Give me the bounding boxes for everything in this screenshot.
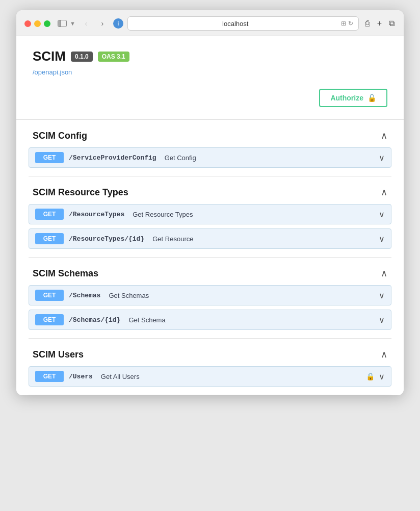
method-badge: GET	[35, 314, 64, 325]
method-badge: GET	[35, 233, 64, 244]
endpoint-right: ∨	[379, 291, 385, 300]
address-bar-icons: ⊞ ↻	[341, 20, 353, 27]
browser-window: ▼ ‹ › i localhost ⊞ ↻ ⎙ + ⧉	[16, 10, 404, 395]
info-icon: i	[113, 18, 123, 29]
endpoint-path: /ResourceTypes	[69, 211, 124, 218]
endpoint-left: GET /Schemas Get Schemas	[35, 290, 149, 301]
endpoint-path: /Schemas/{id}	[69, 316, 120, 324]
section-header-scim-users[interactable]: SCIM Users ∧	[29, 347, 391, 362]
authorize-row: Authorize 🔓	[33, 89, 387, 107]
method-badge: GET	[35, 209, 64, 220]
endpoint-path: /ResourceTypes/{id}	[69, 235, 144, 243]
chevron-up-icon: ∧	[381, 268, 387, 279]
endpoint-resource-types-id[interactable]: GET /ResourceTypes/{id} Get Resource ∨	[29, 228, 391, 249]
chevron-down-icon: ▼	[70, 20, 75, 27]
page-content: SCIM 0.1.0 OAS 3.1 /openapi.json Authori…	[16, 36, 404, 395]
chevron-up-icon: ∧	[381, 130, 387, 141]
address-bar-container: i localhost ⊞ ↻	[113, 16, 359, 31]
endpoint-path: /Users	[69, 373, 93, 380]
endpoint-summary: Get All Users	[101, 373, 140, 380]
chevron-down-icon: ∨	[379, 210, 385, 219]
authorize-label: Authorize	[330, 94, 363, 102]
endpoint-schemas-id[interactable]: GET /Schemas/{id} Get Schema ∨	[29, 310, 391, 330]
section-title-scim-schemas: SCIM Schemas	[33, 268, 98, 279]
refresh-icon[interactable]: ↻	[348, 20, 353, 27]
tabs-button[interactable]: ⧉	[388, 18, 396, 29]
section-title-scim-config: SCIM Config	[33, 131, 87, 141]
close-button[interactable]	[24, 20, 31, 27]
endpoint-summary: Get Schemas	[109, 292, 149, 299]
section-title-scim-users: SCIM Users	[33, 349, 84, 360]
new-tab-button[interactable]: +	[376, 18, 383, 29]
openapi-link[interactable]: /openapi.json	[33, 68, 72, 76]
address-bar[interactable]: localhost ⊞ ↻	[127, 16, 359, 31]
oas-badge: OAS 3.1	[98, 52, 129, 62]
endpoint-resource-types[interactable]: GET /ResourceTypes Get Resource Types ∨	[29, 204, 391, 224]
endpoint-summary: Get Schema	[128, 316, 165, 324]
browser-controls: ▼	[58, 20, 75, 27]
section-header-scim-config[interactable]: SCIM Config ∧	[29, 128, 391, 143]
endpoint-left: GET /ServiceProviderConfig Get Config	[35, 152, 196, 163]
minimize-button[interactable]	[34, 20, 41, 27]
endpoint-users[interactable]: GET /Users Get All Users 🔒 ∨	[29, 366, 391, 387]
back-button[interactable]: ‹	[81, 18, 92, 29]
section-scim-schemas: SCIM Schemas ∧ GET /Schemas Get Schemas …	[29, 258, 391, 339]
forward-button[interactable]: ›	[97, 18, 108, 29]
endpoint-right: ∨	[379, 234, 385, 244]
endpoint-summary: Get Resource	[152, 235, 193, 243]
version-badge: 0.1.0	[71, 52, 93, 62]
lock-icon: 🔒	[366, 372, 375, 380]
browser-actions: ⎙ + ⧉	[364, 18, 396, 29]
api-sections: SCIM Config ∧ GET /ServiceProviderConfig…	[16, 120, 404, 395]
title-row: SCIM 0.1.0 OAS 3.1	[33, 48, 387, 64]
method-badge: GET	[35, 371, 64, 382]
chevron-down-icon: ∨	[379, 291, 385, 300]
endpoint-path: /ServiceProviderConfig	[69, 154, 156, 162]
endpoint-left: GET /ResourceTypes/{id} Get Resource	[35, 233, 193, 244]
chevron-up-icon: ∧	[381, 349, 387, 360]
section-scim-users: SCIM Users ∧ GET /Users Get All Users 🔒 …	[29, 339, 391, 395]
endpoint-right: ∨	[379, 315, 385, 325]
translation-icon: ⊞	[341, 20, 346, 27]
share-button[interactable]: ⎙	[364, 18, 371, 29]
endpoint-left: GET /Users Get All Users	[35, 371, 140, 382]
lock-icon: 🔓	[368, 94, 376, 102]
chevron-down-icon: ∨	[379, 153, 385, 163]
traffic-lights	[24, 20, 50, 27]
chevron-down-icon: ∨	[379, 372, 385, 381]
endpoint-path: /Schemas	[69, 292, 100, 299]
section-title-scim-resource-types: SCIM Resource Types	[33, 187, 128, 198]
section-header-scim-schemas[interactable]: SCIM Schemas ∧	[29, 266, 391, 281]
section-scim-resource-types: SCIM Resource Types ∧ GET /ResourceTypes…	[29, 176, 391, 258]
endpoint-schemas[interactable]: GET /Schemas Get Schemas ∨	[29, 285, 391, 305]
browser-chrome: ▼ ‹ › i localhost ⊞ ↻ ⎙ + ⧉	[16, 10, 404, 36]
chevron-up-icon: ∧	[381, 187, 387, 198]
section-header-scim-resource-types[interactable]: SCIM Resource Types ∧	[29, 185, 391, 200]
sidebar-toggle-button[interactable]	[58, 20, 67, 27]
method-badge: GET	[35, 290, 64, 301]
url-text: localhost	[133, 20, 338, 28]
maximize-button[interactable]	[44, 20, 50, 27]
endpoint-right: ∨	[379, 210, 385, 219]
chevron-down-icon: ∨	[379, 315, 385, 325]
endpoint-left: GET /ResourceTypes Get Resource Types	[35, 209, 193, 220]
swagger-header: SCIM 0.1.0 OAS 3.1 /openapi.json Authori…	[16, 36, 404, 120]
endpoint-right: ∨	[379, 153, 385, 163]
method-badge: GET	[35, 152, 64, 163]
endpoint-right: 🔒 ∨	[366, 372, 385, 381]
endpoint-summary: Get Config	[165, 154, 196, 162]
endpoint-left: GET /Schemas/{id} Get Schema	[35, 314, 166, 325]
api-title: SCIM	[33, 48, 66, 64]
chevron-down-icon: ∨	[379, 234, 385, 244]
endpoint-summary: Get Resource Types	[133, 211, 193, 218]
endpoint-service-provider-config[interactable]: GET /ServiceProviderConfig Get Config ∨	[29, 147, 391, 168]
section-scim-config: SCIM Config ∧ GET /ServiceProviderConfig…	[29, 120, 391, 176]
authorize-button[interactable]: Authorize 🔓	[319, 89, 387, 107]
